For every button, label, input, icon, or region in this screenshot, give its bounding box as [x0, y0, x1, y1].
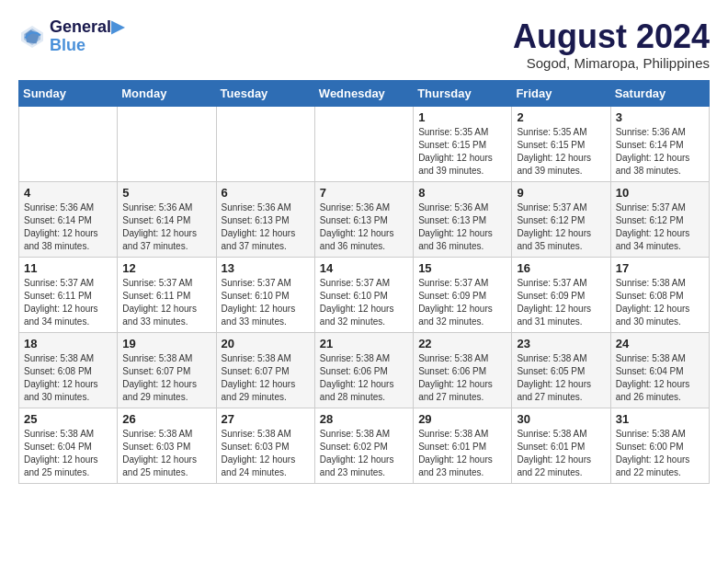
day-info: Sunrise: 5:37 AM Sunset: 6:10 PM Dayligh…	[320, 277, 408, 328]
day-number: 20	[222, 337, 310, 350]
day-info: Sunrise: 5:37 AM Sunset: 6:10 PM Dayligh…	[222, 277, 310, 328]
calendar-table: SundayMondayTuesdayWednesdayThursdayFrid…	[18, 80, 710, 484]
page-header: General▶ Blue August 2024 Sogod, Mimarop…	[18, 18, 710, 71]
weekday-header-wednesday: Wednesday	[314, 80, 413, 106]
day-cell-1: 1Sunrise: 5:35 AM Sunset: 6:15 PM Daylig…	[414, 106, 512, 181]
day-info: Sunrise: 5:38 AM Sunset: 6:05 PM Dayligh…	[517, 352, 605, 404]
title-block: August 2024 Sogod, Mimaropa, Philippines	[513, 18, 710, 71]
day-cell-24: 24Sunrise: 5:38 AM Sunset: 6:04 PM Dayli…	[610, 332, 709, 408]
day-number: 26	[122, 412, 210, 426]
day-cell-18: 18Sunrise: 5:38 AM Sunset: 6:08 PM Dayli…	[19, 332, 118, 408]
day-cell-6: 6Sunrise: 5:36 AM Sunset: 6:13 PM Daylig…	[216, 181, 314, 257]
day-cell-5: 5Sunrise: 5:36 AM Sunset: 6:14 PM Daylig…	[118, 181, 216, 257]
day-number: 5	[122, 186, 210, 200]
day-cell-9: 9Sunrise: 5:37 AM Sunset: 6:12 PM Daylig…	[512, 181, 610, 257]
day-number: 15	[418, 261, 506, 275]
day-number: 10	[616, 186, 704, 200]
day-number: 8	[418, 186, 506, 200]
empty-cell	[19, 106, 118, 181]
day-info: Sunrise: 5:38 AM Sunset: 6:07 PM Dayligh…	[222, 352, 310, 404]
location: Sogod, Mimaropa, Philippines	[513, 55, 710, 71]
day-info: Sunrise: 5:38 AM Sunset: 6:07 PM Dayligh…	[122, 352, 210, 404]
empty-cell	[118, 106, 216, 181]
day-number: 28	[320, 412, 408, 426]
day-number: 13	[222, 261, 310, 275]
day-number: 17	[616, 261, 704, 275]
month-title: August 2024	[513, 18, 710, 55]
day-cell-31: 31Sunrise: 5:38 AM Sunset: 6:00 PM Dayli…	[610, 408, 709, 483]
weekday-header-tuesday: Tuesday	[216, 80, 314, 106]
day-number: 4	[24, 186, 112, 200]
day-info: Sunrise: 5:36 AM Sunset: 6:13 PM Dayligh…	[320, 201, 408, 253]
weekday-header-row: SundayMondayTuesdayWednesdayThursdayFrid…	[19, 80, 710, 106]
day-cell-3: 3Sunrise: 5:36 AM Sunset: 6:14 PM Daylig…	[610, 106, 709, 181]
weekday-header-thursday: Thursday	[414, 80, 512, 106]
day-cell-30: 30Sunrise: 5:38 AM Sunset: 6:01 PM Dayli…	[512, 408, 610, 483]
day-info: Sunrise: 5:38 AM Sunset: 6:00 PM Dayligh…	[616, 428, 704, 479]
day-info: Sunrise: 5:37 AM Sunset: 6:12 PM Dayligh…	[616, 201, 704, 253]
day-info: Sunrise: 5:35 AM Sunset: 6:15 PM Dayligh…	[517, 126, 605, 178]
day-cell-10: 10Sunrise: 5:37 AM Sunset: 6:12 PM Dayli…	[610, 181, 709, 257]
logo-text: General▶ Blue	[50, 18, 124, 55]
day-info: Sunrise: 5:37 AM Sunset: 6:11 PM Dayligh…	[24, 277, 112, 328]
day-info: Sunrise: 5:37 AM Sunset: 6:11 PM Dayligh…	[122, 277, 210, 328]
day-cell-22: 22Sunrise: 5:38 AM Sunset: 6:06 PM Dayli…	[414, 332, 512, 408]
week-row-1: 1Sunrise: 5:35 AM Sunset: 6:15 PM Daylig…	[19, 106, 710, 181]
day-number: 29	[418, 412, 506, 426]
week-row-2: 4Sunrise: 5:36 AM Sunset: 6:14 PM Daylig…	[19, 181, 710, 257]
day-cell-4: 4Sunrise: 5:36 AM Sunset: 6:14 PM Daylig…	[19, 181, 118, 257]
day-cell-11: 11Sunrise: 5:37 AM Sunset: 6:11 PM Dayli…	[19, 257, 118, 332]
logo: General▶ Blue	[18, 18, 124, 55]
day-cell-25: 25Sunrise: 5:38 AM Sunset: 6:04 PM Dayli…	[19, 408, 118, 483]
day-info: Sunrise: 5:36 AM Sunset: 6:14 PM Dayligh…	[122, 201, 210, 253]
day-number: 27	[222, 412, 310, 426]
day-cell-8: 8Sunrise: 5:36 AM Sunset: 6:13 PM Daylig…	[414, 181, 512, 257]
day-number: 11	[24, 261, 112, 275]
empty-cell	[314, 106, 413, 181]
day-cell-27: 27Sunrise: 5:38 AM Sunset: 6:03 PM Dayli…	[216, 408, 314, 483]
day-number: 14	[320, 261, 408, 275]
day-info: Sunrise: 5:38 AM Sunset: 6:02 PM Dayligh…	[320, 428, 408, 479]
day-info: Sunrise: 5:35 AM Sunset: 6:15 PM Dayligh…	[418, 126, 506, 178]
day-number: 18	[24, 337, 112, 350]
day-number: 23	[517, 337, 605, 350]
day-number: 1	[418, 110, 506, 124]
day-number: 30	[517, 412, 605, 426]
week-row-5: 25Sunrise: 5:38 AM Sunset: 6:04 PM Dayli…	[19, 408, 710, 483]
day-info: Sunrise: 5:37 AM Sunset: 6:12 PM Dayligh…	[517, 201, 605, 253]
day-info: Sunrise: 5:38 AM Sunset: 6:03 PM Dayligh…	[222, 428, 310, 479]
weekday-header-sunday: Sunday	[19, 80, 118, 106]
day-cell-28: 28Sunrise: 5:38 AM Sunset: 6:02 PM Dayli…	[314, 408, 413, 483]
weekday-header-monday: Monday	[118, 80, 216, 106]
day-info: Sunrise: 5:38 AM Sunset: 6:08 PM Dayligh…	[616, 277, 704, 328]
day-number: 21	[320, 337, 408, 350]
day-cell-15: 15Sunrise: 5:37 AM Sunset: 6:09 PM Dayli…	[414, 257, 512, 332]
day-cell-16: 16Sunrise: 5:37 AM Sunset: 6:09 PM Dayli…	[512, 257, 610, 332]
day-info: Sunrise: 5:38 AM Sunset: 6:06 PM Dayligh…	[320, 352, 408, 404]
day-cell-26: 26Sunrise: 5:38 AM Sunset: 6:03 PM Dayli…	[118, 408, 216, 483]
day-info: Sunrise: 5:38 AM Sunset: 6:03 PM Dayligh…	[122, 428, 210, 479]
day-info: Sunrise: 5:38 AM Sunset: 6:08 PM Dayligh…	[24, 352, 112, 404]
day-info: Sunrise: 5:38 AM Sunset: 6:01 PM Dayligh…	[418, 428, 506, 479]
day-cell-20: 20Sunrise: 5:38 AM Sunset: 6:07 PM Dayli…	[216, 332, 314, 408]
day-number: 7	[320, 186, 408, 200]
day-info: Sunrise: 5:36 AM Sunset: 6:13 PM Dayligh…	[418, 201, 506, 253]
day-cell-14: 14Sunrise: 5:37 AM Sunset: 6:10 PM Dayli…	[314, 257, 413, 332]
day-cell-23: 23Sunrise: 5:38 AM Sunset: 6:05 PM Dayli…	[512, 332, 610, 408]
day-info: Sunrise: 5:38 AM Sunset: 6:01 PM Dayligh…	[517, 428, 605, 479]
day-cell-2: 2Sunrise: 5:35 AM Sunset: 6:15 PM Daylig…	[512, 106, 610, 181]
day-cell-7: 7Sunrise: 5:36 AM Sunset: 6:13 PM Daylig…	[314, 181, 413, 257]
weekday-header-saturday: Saturday	[610, 80, 709, 106]
day-number: 9	[517, 186, 605, 200]
day-number: 16	[517, 261, 605, 275]
day-number: 25	[24, 412, 112, 426]
day-number: 31	[616, 412, 704, 426]
day-cell-21: 21Sunrise: 5:38 AM Sunset: 6:06 PM Dayli…	[314, 332, 413, 408]
day-info: Sunrise: 5:38 AM Sunset: 6:04 PM Dayligh…	[616, 352, 704, 404]
day-info: Sunrise: 5:37 AM Sunset: 6:09 PM Dayligh…	[418, 277, 506, 328]
day-cell-19: 19Sunrise: 5:38 AM Sunset: 6:07 PM Dayli…	[118, 332, 216, 408]
day-number: 19	[122, 337, 210, 350]
day-number: 24	[616, 337, 704, 350]
day-cell-12: 12Sunrise: 5:37 AM Sunset: 6:11 PM Dayli…	[118, 257, 216, 332]
week-row-4: 18Sunrise: 5:38 AM Sunset: 6:08 PM Dayli…	[19, 332, 710, 408]
